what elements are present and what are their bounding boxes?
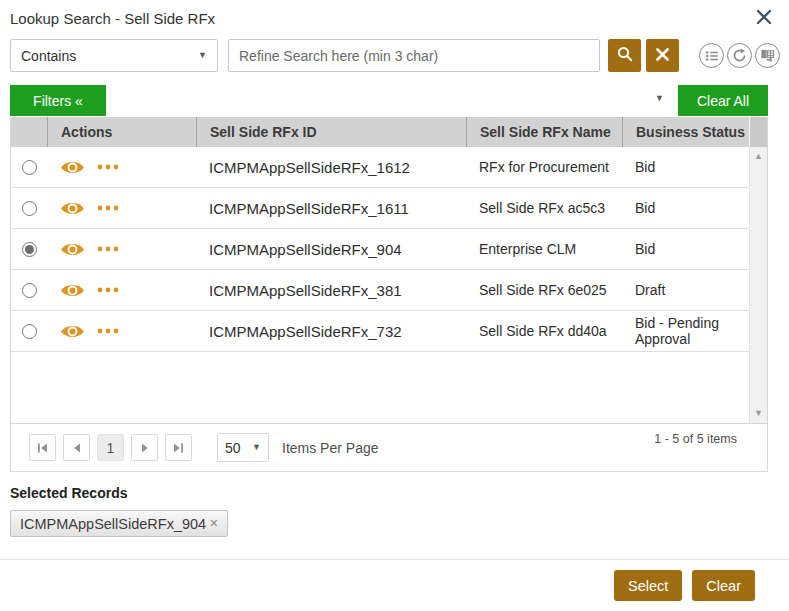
column-header-select xyxy=(11,117,47,147)
selected-records-heading: Selected Records xyxy=(10,485,789,501)
item-range-text: 1 - 5 of 5 items xyxy=(654,432,737,446)
current-page-button[interactable]: 1 xyxy=(97,434,124,461)
rfx-name: Enterprise CLM xyxy=(466,241,622,257)
clear-search-button[interactable] xyxy=(646,39,679,72)
filter-row: Filters « ▼ Clear All xyxy=(10,85,768,116)
search-input[interactable] xyxy=(228,39,600,72)
page-title: Lookup Search - Sell Side RFx xyxy=(0,0,789,27)
x-icon xyxy=(656,48,669,64)
footer-actions: Select Clear xyxy=(0,560,789,601)
search-operator-value: Contains xyxy=(21,48,76,64)
page-size-select[interactable]: 50 ▼ xyxy=(217,433,269,462)
business-status: Bid xyxy=(622,241,750,257)
pagination-bar: 1 50 ▼ Items Per Page 1 - 5 of 5 items xyxy=(10,424,768,472)
search-button[interactable] xyxy=(608,39,641,72)
more-actions-icon[interactable] xyxy=(97,205,119,211)
next-page-button[interactable] xyxy=(131,434,158,461)
more-actions-icon[interactable] xyxy=(97,328,119,334)
chevron-down-icon: ▼ xyxy=(252,443,261,452)
view-eye-icon[interactable] xyxy=(60,200,85,217)
clear-all-filters-button[interactable]: Clear All xyxy=(678,85,768,116)
column-header-id[interactable]: Sell Side RFx ID xyxy=(196,117,466,147)
table-row[interactable]: ICMPMAppSellSideRFx_904 Enterprise CLM B… xyxy=(11,229,750,270)
remove-chip-icon[interactable]: ✕ xyxy=(209,517,218,530)
search-operator-select[interactable]: Contains ▼ xyxy=(10,39,218,72)
grid-header: Actions Sell Side RFx ID Sell Side RFx N… xyxy=(11,117,767,147)
results-grid: Actions Sell Side RFx ID Sell Side RFx N… xyxy=(10,117,768,424)
business-status: Bid xyxy=(622,159,750,175)
chevron-down-icon: ▼ xyxy=(655,94,664,103)
selected-record-chip-label: ICMPMAppSellSideRFx_904 xyxy=(20,516,206,532)
rfx-name: Sell Side RFx 6e025 xyxy=(466,282,622,298)
business-status: Bid xyxy=(622,200,750,216)
row-radio[interactable] xyxy=(22,283,37,298)
search-row: Contains ▼ xyxy=(10,39,780,72)
chevron-down-icon: ▼ xyxy=(198,51,207,60)
rfx-name: Sell Side RFx dd40a xyxy=(466,323,622,339)
column-header-name[interactable]: Sell Side RFx Name xyxy=(466,117,622,147)
vertical-scrollbar[interactable]: ▲ ▼ xyxy=(749,147,767,423)
filters-toggle-button[interactable]: Filters « xyxy=(10,85,106,116)
clear-button[interactable]: Clear xyxy=(692,570,755,601)
table-row[interactable]: ICMPMAppSellSideRFx_732 Sell Side RFx dd… xyxy=(11,311,750,352)
more-actions-icon[interactable] xyxy=(97,246,119,252)
selected-records-list: ICMPMAppSellSideRFx_904 ✕ xyxy=(10,510,789,537)
row-radio[interactable] xyxy=(22,324,37,339)
table-row[interactable]: ICMPMAppSellSideRFx_381 Sell Side RFx 6e… xyxy=(11,270,750,311)
row-radio[interactable] xyxy=(22,160,37,175)
business-status: Draft xyxy=(622,282,750,298)
first-page-button[interactable] xyxy=(29,434,56,461)
rfx-id: ICMPMAppSellSideRFx_1611 xyxy=(196,200,466,217)
more-actions-icon[interactable] xyxy=(97,287,119,293)
view-eye-icon[interactable] xyxy=(60,241,85,258)
row-radio[interactable] xyxy=(22,201,37,216)
rfx-id: ICMPMAppSellSideRFx_381 xyxy=(196,282,466,299)
table-row[interactable]: ICMPMAppSellSideRFx_1611 Sell Side RFx a… xyxy=(11,188,750,229)
filter-criteria-dropdown[interactable]: ▼ xyxy=(106,85,678,116)
page-size-value: 50 xyxy=(225,440,241,456)
selected-record-chip[interactable]: ICMPMAppSellSideRFx_904 ✕ xyxy=(10,510,228,537)
table-row[interactable]: ICMPMAppSellSideRFx_1612 RFx for Procure… xyxy=(11,147,750,188)
rfx-id: ICMPMAppSellSideRFx_1612 xyxy=(196,159,466,176)
grid-header-corner xyxy=(749,117,767,147)
business-status: Bid - Pending Approval xyxy=(622,315,750,347)
last-page-button[interactable] xyxy=(165,434,192,461)
column-header-status[interactable]: Business Status xyxy=(622,117,749,147)
view-eye-icon[interactable] xyxy=(60,323,85,340)
grid-toolbar xyxy=(699,43,780,68)
close-icon[interactable] xyxy=(754,7,774,27)
view-eye-icon[interactable] xyxy=(60,159,85,176)
view-eye-icon[interactable] xyxy=(60,282,85,299)
select-button[interactable]: Select xyxy=(614,570,682,601)
row-radio[interactable] xyxy=(22,242,37,257)
export-icon[interactable] xyxy=(755,43,780,68)
refresh-icon[interactable] xyxy=(727,43,752,68)
rfx-name: RFx for Procurement xyxy=(466,159,622,175)
previous-page-button[interactable] xyxy=(63,434,90,461)
more-actions-icon[interactable] xyxy=(97,164,119,170)
scroll-up-icon[interactable]: ▲ xyxy=(754,152,763,161)
rfx-name: Sell Side RFx ac5c3 xyxy=(466,200,622,216)
column-header-actions[interactable]: Actions xyxy=(47,117,196,147)
rfx-id: ICMPMAppSellSideRFx_904 xyxy=(196,241,466,258)
grid-body: ICMPMAppSellSideRFx_1612 RFx for Procure… xyxy=(11,147,767,423)
items-per-page-label: Items Per Page xyxy=(282,440,379,456)
scroll-down-icon[interactable]: ▼ xyxy=(754,409,763,418)
rfx-id: ICMPMAppSellSideRFx_732 xyxy=(196,323,466,340)
lookup-search-dialog: Lookup Search - Sell Side RFx Contains ▼ xyxy=(0,0,789,611)
search-icon xyxy=(617,46,633,65)
list-view-icon[interactable] xyxy=(699,43,724,68)
